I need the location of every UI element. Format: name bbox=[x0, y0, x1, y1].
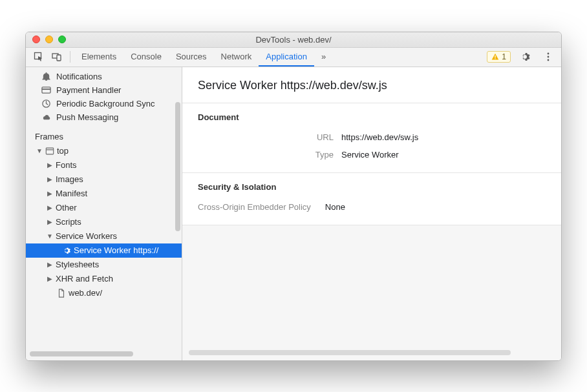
section-heading-security: Security & Isolation bbox=[198, 182, 546, 192]
chevron-right-icon[interactable] bbox=[47, 160, 53, 171]
frames-tree: top Fonts Images Manifest Other Scripts … bbox=[26, 144, 182, 300]
svg-rect-9 bbox=[42, 88, 50, 90]
tab-overflow[interactable]: » bbox=[314, 48, 333, 67]
page-title: Service Worker https://web.dev/sw.js bbox=[182, 67, 561, 103]
sidebar-item-periodic-bg-sync[interactable]: Periodic Background Sync bbox=[26, 97, 182, 110]
bell-icon bbox=[41, 72, 51, 81]
value-url: https://web.dev/sw.js bbox=[341, 132, 418, 142]
tree-node-manifest[interactable]: Manifest bbox=[26, 187, 182, 201]
svg-point-6 bbox=[548, 56, 550, 58]
cloud-icon bbox=[41, 112, 51, 122]
tab-sources[interactable]: Sources bbox=[169, 48, 214, 67]
chevron-right-icon[interactable] bbox=[47, 188, 53, 200]
tree-node-label: top bbox=[57, 145, 69, 157]
tree-node-label: Scripts bbox=[56, 216, 81, 228]
tree-node-webdev[interactable]: web.dev/ bbox=[26, 286, 182, 300]
chevron-right-icon[interactable] bbox=[47, 202, 53, 214]
credit-card-icon bbox=[41, 85, 51, 95]
tree-node-images[interactable]: Images bbox=[26, 172, 182, 187]
tree-node-label: Images bbox=[56, 174, 83, 185]
sidebar-horizontal-scrollbar-track bbox=[30, 351, 173, 358]
tree-node-label: Fonts bbox=[56, 160, 77, 171]
section-heading-document: Document bbox=[198, 112, 546, 122]
inspect-element-icon[interactable] bbox=[30, 48, 48, 66]
warning-count: 1 bbox=[502, 52, 506, 61]
svg-rect-8 bbox=[42, 87, 50, 92]
svg-rect-11 bbox=[46, 148, 53, 154]
window-title: DevTools - web.dev/ bbox=[26, 35, 561, 45]
chevron-right-icon[interactable] bbox=[47, 174, 53, 185]
tab-elements[interactable]: Elements bbox=[74, 48, 123, 67]
warnings-badge[interactable]: 1 bbox=[487, 51, 511, 63]
tree-node-label: Manifest bbox=[56, 188, 87, 200]
window-icon bbox=[45, 147, 54, 156]
label-coep: Cross-Origin Embedder Policy bbox=[198, 202, 311, 212]
row-url: URL https://web.dev/sw.js bbox=[198, 129, 546, 146]
tab-console[interactable]: Console bbox=[123, 48, 169, 67]
value-coep: None bbox=[325, 202, 345, 212]
sidebar-item-notifications[interactable]: Notifications bbox=[26, 70, 182, 83]
device-toolbar-icon[interactable] bbox=[48, 48, 66, 66]
tree-node-other[interactable]: Other bbox=[26, 201, 182, 215]
minimize-window-button[interactable] bbox=[45, 36, 53, 43]
chevron-right-icon[interactable] bbox=[47, 273, 53, 285]
devtools-window: DevTools - web.dev/ Elements Console Sou… bbox=[25, 32, 562, 361]
sidebar-item-label: Push Messaging bbox=[56, 112, 118, 122]
chevron-right-icon[interactable] bbox=[47, 216, 53, 228]
tree-node-service-workers[interactable]: Service Workers bbox=[26, 229, 182, 243]
clock-icon bbox=[41, 99, 51, 108]
svg-point-7 bbox=[548, 59, 550, 61]
label-type: Type bbox=[198, 150, 334, 160]
panel-tabs: Elements Console Sources Network Applica… bbox=[74, 48, 333, 67]
sidebar-vertical-scrollbar[interactable] bbox=[175, 102, 180, 231]
sidebar-item-payment-handler[interactable]: Payment Handler bbox=[26, 83, 182, 97]
window-controls bbox=[26, 36, 66, 43]
gear-icon bbox=[62, 246, 71, 255]
row-type: Type Service Worker bbox=[198, 146, 546, 163]
chevron-down-icon[interactable] bbox=[47, 231, 53, 242]
titlebar: DevTools - web.dev/ bbox=[26, 32, 561, 48]
tree-node-stylesheets[interactable]: Stylesheets bbox=[26, 258, 182, 272]
panel-body: Notifications Payment Handler Periodic B… bbox=[26, 67, 561, 360]
row-coep: Cross-Origin Embedder Policy None bbox=[198, 198, 546, 216]
tree-node-label: XHR and Fetch bbox=[56, 273, 113, 285]
main-horizontal-scrollbar[interactable] bbox=[189, 350, 511, 355]
label-url: URL bbox=[198, 132, 334, 142]
tree-node-fonts[interactable]: Fonts bbox=[26, 158, 182, 172]
maximize-window-button[interactable] bbox=[58, 36, 66, 43]
close-window-button[interactable] bbox=[32, 36, 40, 43]
sidebar-horizontal-scrollbar[interactable] bbox=[30, 351, 133, 356]
document-section: Document URL https://web.dev/sw.js Type … bbox=[182, 103, 561, 173]
security-section: Security & Isolation Cross-Origin Embedd… bbox=[182, 173, 561, 225]
value-type: Service Worker bbox=[341, 150, 399, 160]
tree-node-label: Service Workers bbox=[56, 231, 117, 242]
svg-point-5 bbox=[548, 53, 550, 55]
sidebar-item-push-messaging[interactable]: Push Messaging bbox=[26, 110, 182, 124]
kebab-menu-icon[interactable] bbox=[539, 48, 557, 66]
application-sidebar: Notifications Payment Handler Periodic B… bbox=[26, 67, 182, 360]
warning-icon bbox=[491, 53, 499, 61]
tree-node-service-worker-selected[interactable]: Service Worker https:// bbox=[26, 243, 182, 258]
svg-rect-2 bbox=[57, 55, 61, 61]
gear-icon[interactable] bbox=[516, 48, 534, 66]
toolbar-separator bbox=[70, 51, 70, 63]
sidebar-item-label: Payment Handler bbox=[56, 85, 121, 95]
document-icon bbox=[57, 289, 66, 298]
tree-node-scripts[interactable]: Scripts bbox=[26, 215, 182, 229]
tab-application[interactable]: Application bbox=[259, 48, 314, 67]
tree-node-label: Other bbox=[56, 202, 77, 214]
svg-rect-3 bbox=[495, 56, 496, 58]
tree-node-top[interactable]: top bbox=[26, 144, 182, 158]
chevron-right-icon[interactable] bbox=[47, 259, 53, 271]
devtools-toolbar: Elements Console Sources Network Applica… bbox=[26, 48, 561, 67]
main-horizontal-scrollbar-track bbox=[189, 350, 555, 356]
tree-node-label: web.dev/ bbox=[69, 287, 102, 299]
main-panel: Service Worker https://web.dev/sw.js Doc… bbox=[182, 67, 561, 360]
chevron-down-icon[interactable] bbox=[36, 145, 43, 157]
tree-node-label: Stylesheets bbox=[56, 259, 99, 271]
tree-node-label: Service Worker https:// bbox=[74, 245, 158, 256]
frames-section-title: Frames bbox=[26, 124, 182, 144]
tree-node-xhr-fetch[interactable]: XHR and Fetch bbox=[26, 272, 182, 286]
tab-network[interactable]: Network bbox=[214, 48, 259, 67]
sidebar-item-label: Periodic Background Sync bbox=[56, 99, 155, 108]
